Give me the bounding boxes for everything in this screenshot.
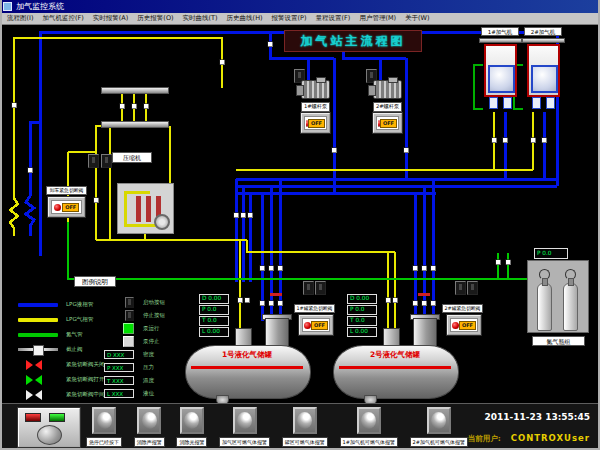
- tank-stripe: [191, 366, 303, 369]
- legend-sample-icon: [18, 333, 58, 337]
- alarm-button-label: 消除声报警: [134, 437, 165, 447]
- legend-sample-icon: [26, 375, 42, 385]
- menu-item[interactable]: 历史曲线(H): [227, 14, 263, 23]
- tank2-stop-button[interactable]: [467, 281, 478, 295]
- alarm-button-group: 消除光报警: [176, 407, 207, 447]
- nitrogen-cylinder-icon: [563, 283, 578, 331]
- menu-item[interactable]: 实时曲线(T): [183, 14, 218, 23]
- legend-row: LPG液相管: [18, 297, 116, 312]
- pump-esd-panel: OFF: [373, 113, 402, 133]
- legend-indicator-row: 停止按钮: [103, 309, 165, 322]
- alarm-indicator-button[interactable]: [357, 407, 381, 434]
- menu-item[interactable]: 用户管理(M): [359, 14, 396, 23]
- tank-valve-label: 1#罐紧急切断阀: [294, 304, 335, 313]
- tank-valve-off-button[interactable]: OFF: [311, 321, 328, 330]
- compressor-label: 压缩机: [112, 152, 152, 163]
- pump-off-button[interactable]: OFF: [308, 119, 325, 128]
- alarm-indicator-button[interactable]: [427, 407, 451, 434]
- indicator-lamp-icon: [361, 412, 376, 429]
- tank-data-panel: D 0.00P 0.0T 0.0L 0.00: [347, 294, 377, 338]
- nitrogen-label: 氮气瓶组: [532, 336, 585, 346]
- dispenser-body: [484, 44, 517, 97]
- nozzle-icon: [546, 97, 555, 109]
- bottom-status-bar: 急停已经按下 消除声报警 消除光报警 加气区可燃气体报警: [2, 403, 598, 448]
- alarm-button-label: 1#加气机可燃气体报警: [340, 437, 398, 447]
- alarm-button-row: 急停已经按下 消除声报警 消除光报警 加气区可燃气体报警: [86, 407, 468, 447]
- tank-esd-panel: OFF: [447, 315, 481, 335]
- compressor-fan-icon: [154, 214, 170, 230]
- legend-indicator-row: 泵停止: [103, 335, 165, 348]
- compressor-unit: [117, 183, 174, 234]
- pump-label: 1#螺杆泵: [301, 102, 330, 112]
- alarm-button-group: 急停已经按下: [86, 407, 122, 447]
- legend-row: 紧急切断阀打开: [18, 372, 116, 387]
- tank-data-value: T 0.0: [199, 316, 229, 326]
- pump-motor-icon: [373, 80, 402, 99]
- legend-sample-icon: [26, 360, 42, 370]
- legend-row: 氮气管: [18, 327, 116, 342]
- alarm-indicator-button[interactable]: [137, 407, 161, 434]
- unload-valve-off-button[interactable]: OFF: [62, 203, 79, 212]
- menu-item[interactable]: 历史报警(O): [137, 14, 173, 23]
- tank-valve-label: 2#罐紧急切断阀: [442, 304, 483, 313]
- tank-main-nozzle: [413, 318, 437, 348]
- pump-label: 2#螺杆泵: [373, 102, 402, 112]
- tank-valve-off-button[interactable]: OFF: [459, 321, 476, 330]
- alarm-button-group: 2#加气机可燃气体报警: [410, 407, 468, 447]
- legend-label: 氮气管: [66, 331, 83, 338]
- legend-indicator-icon: L XXX: [104, 389, 134, 398]
- gas-dispenser: 1#加气机: [481, 27, 519, 109]
- tank-data-value: L 0.00: [347, 327, 377, 337]
- legend-indicator-icon: [123, 336, 134, 347]
- pump-off-button[interactable]: OFF: [380, 119, 397, 128]
- nozzle-icon: [489, 97, 498, 109]
- compressor-stop-button[interactable]: [101, 154, 112, 168]
- tank1-start-button[interactable]: [303, 281, 314, 295]
- tank-main-nozzle: [265, 318, 289, 348]
- menu-item[interactable]: 量程设置(F): [316, 14, 351, 23]
- alarm-control-panel: [18, 408, 80, 447]
- app-icon: [3, 2, 12, 11]
- menu-item[interactable]: 报警设置(P): [272, 14, 307, 23]
- tank-data-value: D 0.00: [199, 294, 229, 304]
- legend-label: 截止阀: [66, 346, 83, 353]
- unload-valve-panel: OFF: [48, 197, 85, 217]
- tank1-stop-button[interactable]: [315, 281, 326, 295]
- alarm-indicator-button[interactable]: [233, 407, 257, 434]
- alarm-button-group: 罐区可燃气体报警: [282, 407, 328, 447]
- legend-indicator-icon: P XXX: [104, 363, 134, 372]
- legend-row: 截止阀: [18, 342, 116, 357]
- alarm-indicator-button[interactable]: [293, 407, 317, 434]
- window-title: 加气监控系统: [16, 0, 64, 13]
- dispenser-label: 1#加气机: [481, 27, 519, 36]
- tank-data-value: L 0.00: [199, 327, 229, 337]
- alarm-indicator-button[interactable]: [92, 407, 116, 434]
- legend-indicator-label: 密度: [143, 351, 154, 358]
- horn-button[interactable]: [37, 425, 62, 445]
- current-user-label: 当前用户:: [468, 434, 501, 444]
- tank-valve-closed-indicator: [452, 322, 459, 329]
- pump-area: 1#螺杆泵 OFF 2#螺杆泵 OFF: [301, 80, 402, 133]
- vapor-manifold-upper: [101, 87, 169, 94]
- dispenser-canopy: [479, 38, 522, 43]
- menu-item[interactable]: 关于(W): [405, 14, 430, 23]
- legend-sample-icon: [18, 318, 58, 322]
- alarm-indicator-button[interactable]: [180, 407, 204, 434]
- tank-data-value: P 0.0: [347, 305, 377, 315]
- indicator-lamp-icon: [184, 412, 199, 429]
- nozzle-icon: [532, 97, 541, 109]
- tank-stripe: [339, 366, 451, 369]
- compressor-cylinder: [146, 196, 151, 222]
- screw-pump: 2#螺杆泵 OFF: [373, 80, 402, 133]
- tank-data-value: T 0.0: [347, 316, 377, 326]
- tank-data-panel: D 0.00P 0.0T 0.0L 0.00: [199, 294, 229, 338]
- menu-item[interactable]: 实时报警(A): [93, 14, 129, 23]
- compressor-start-button[interactable]: [88, 154, 99, 168]
- tank2-start-button[interactable]: [455, 281, 466, 295]
- nitrogen-pressure-display: P 0.0: [534, 248, 568, 259]
- menu-item[interactable]: 加气机监控(F): [43, 14, 84, 23]
- legend-indicator-label: 液位: [143, 390, 154, 397]
- legend-indicator-label: 停止按钮: [143, 312, 165, 319]
- menu-item[interactable]: 流程图(I): [7, 14, 34, 23]
- dispenser-display: [488, 65, 515, 93]
